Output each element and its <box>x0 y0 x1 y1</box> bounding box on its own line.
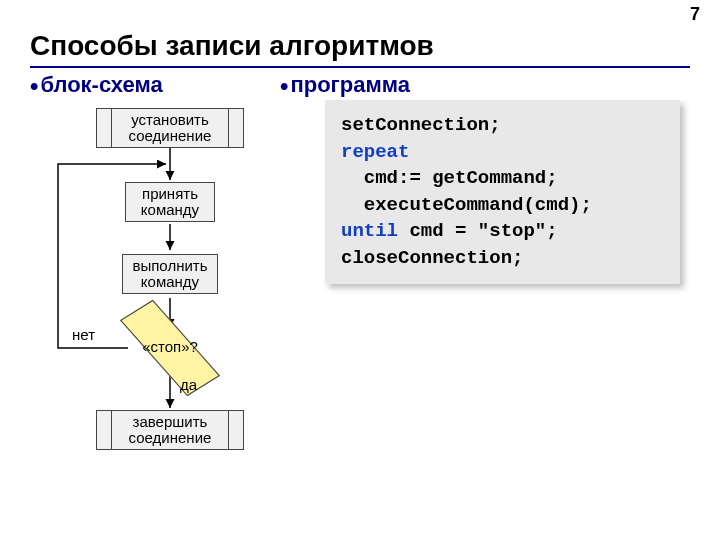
node-connect: установить соединение <box>110 108 230 148</box>
code-line-6: closeConnection; <box>341 245 664 272</box>
page-number: 7 <box>690 4 700 25</box>
node-close: завершить соединение <box>110 410 230 450</box>
page-title: Способы записи алгоритмов <box>30 30 434 62</box>
left-subtitle: •блок-схема <box>30 72 163 100</box>
bullet-icon: • <box>30 72 38 99</box>
code-box: setConnection; repeat cmd:= getCommand; … <box>325 100 680 284</box>
title-underline <box>30 66 690 68</box>
node-decision: «стоп»? <box>128 330 212 366</box>
code-line-3: cmd:= getCommand; <box>341 165 664 192</box>
label-no: нет <box>72 326 95 343</box>
node-execute: выполнить команду <box>122 254 218 294</box>
bullet-icon: • <box>280 72 288 99</box>
code-line-2: repeat <box>341 139 664 166</box>
code-line-1: setConnection; <box>341 112 664 139</box>
flowchart: установить соединение принять команду вы… <box>40 100 270 520</box>
code-line-5: until cmd = "stop"; <box>341 218 664 245</box>
right-subtitle: •программа <box>280 72 410 100</box>
label-yes: да <box>180 376 197 393</box>
code-line-4: executeCommand(cmd); <box>341 192 664 219</box>
node-receive: принять команду <box>125 182 215 222</box>
